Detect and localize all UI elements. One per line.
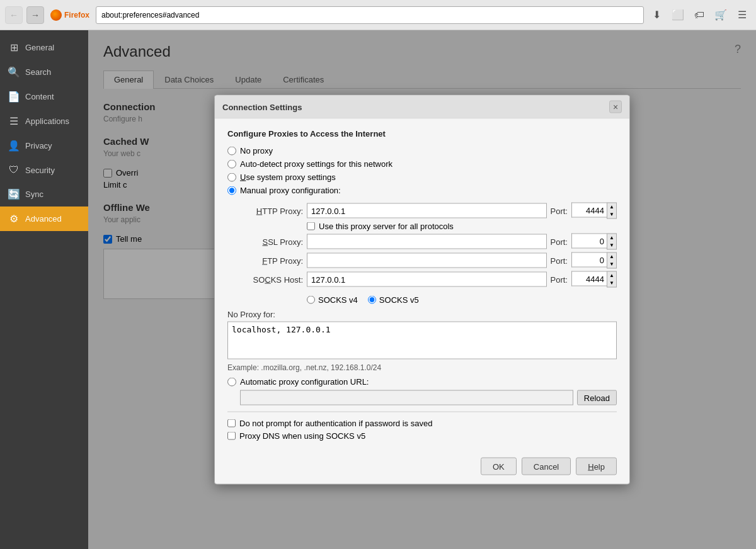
ssl-port-down[interactable]: ▼ [607,242,616,249]
use-all-protocols-label[interactable]: Use this proxy server for all protocols [319,222,454,231]
sidebar-item-security[interactable]: 🛡 Security [0,158,88,182]
http-proxy-input[interactable] [307,203,547,218]
sidebar-item-search[interactable]: 🔍 Search [0,60,88,84]
security-icon: 🛡 [8,164,20,176]
dialog-title: Connection Settings [222,102,302,111]
sidebar-label-privacy: Privacy [25,141,52,150]
advanced-icon: ⚙ [8,213,20,225]
sync-icon: 🔄 [8,188,20,200]
no-proxy-radio[interactable] [227,146,236,155]
ftp-port-up[interactable]: ▲ [607,253,616,261]
auto-detect-label[interactable]: Auto-detect proxy settings for this netw… [240,159,392,169]
auto-detect-radio[interactable] [227,159,236,168]
socks-port-wrap: ▲ ▼ [571,271,617,288]
auth-checkbox-row-2: Proxy DNS when using SOCKS v5 [227,431,617,441]
general-icon: ⊞ [8,42,20,54]
http-port-wrap: ▲ ▼ [571,203,617,219]
address-bar[interactable]: about:preferences#advanced [96,6,644,24]
radio-system-proxy: Use system proxy settings [227,173,617,182]
sidebar-item-general[interactable]: ⊞ General [0,35,88,60]
socks-port-input[interactable] [571,271,607,286]
manual-proxy-label[interactable]: Manual proxy configuration: [240,186,341,195]
use-all-protocols-checkbox[interactable] [307,222,315,230]
cancel-button[interactable]: Cancel [522,458,571,475]
socks5-label[interactable]: SOCKS v5 [379,295,419,305]
socks5-option: SOCKS v5 [368,295,419,305]
system-proxy-radio[interactable] [227,173,236,181]
sidebar-item-privacy[interactable]: 👤 Privacy [0,133,88,158]
ftp-port-down[interactable]: ▼ [607,261,616,268]
reload-button[interactable]: Reload [577,390,617,405]
socks-port-up[interactable]: ▲ [607,272,616,280]
sidebar-item-advanced[interactable]: ⚙ Advanced [0,207,88,231]
download-icon[interactable]: ⬇ [648,6,665,24]
auto-proxy-url-radio[interactable] [227,377,236,386]
content-area: ? Advanced General Data Choices Update C… [88,30,756,549]
forward-button[interactable]: → [26,6,44,24]
applications-icon: ☰ [8,115,20,127]
radio-manual-proxy: Manual proxy configuration: [227,186,617,195]
toolbar-icons: ⬇ ⬜ 🏷 🛒 ☰ [648,6,751,24]
main-layout: ⊞ General 🔍 Search 📄 Content ☰ Applicati… [0,30,756,549]
auto-proxy-url-text: Automatic proxy configuration URL: [240,377,369,387]
address-text: about:preferences#advanced [101,11,199,20]
dialog-title-bar: Connection Settings × [215,96,629,119]
no-proxy-label[interactable]: No proxy [240,146,273,156]
socks-port-down[interactable]: ▼ [607,280,616,287]
browser-chrome: ← → Firefox about:preferences#advanced ⬇… [0,0,756,30]
ftp-proxy-label: FTP Proxy: [227,256,303,265]
sidebar-label-content: Content [25,92,54,101]
socks-version-row: SOCKS v4 SOCKS v5 [307,295,617,305]
menu-icon[interactable]: ☰ [733,6,751,24]
dialog-body: Configure Proxies to Access the Internet… [215,119,629,451]
auth-checkbox-row-1: Do not prompt for authentication if pass… [227,419,617,428]
cart-icon[interactable]: 🛒 [712,6,730,24]
sidebar-item-content[interactable]: 📄 Content [0,84,88,109]
ssl-port-up[interactable]: ▲ [607,234,616,242]
ssl-port-spinners: ▲ ▼ [607,234,617,250]
ssl-port-label: Port: [551,237,568,246]
ok-button[interactable]: OK [481,458,517,475]
ftp-proxy-input[interactable] [307,253,547,268]
content-icon: 📄 [8,91,20,103]
ssl-proxy-label: SSL Proxy: [227,237,303,246]
help-button[interactable]: Help [576,458,617,475]
ftp-port-input[interactable] [571,252,607,268]
example-text: Example: .mozilla.org, .net.nz, 192.168.… [227,363,617,372]
pocket-icon[interactable]: 🏷 [690,6,708,24]
ftp-port-wrap: ▲ ▼ [571,252,617,269]
sidebar-item-sync[interactable]: 🔄 Sync [0,182,88,207]
socks4-radio[interactable] [307,296,315,304]
http-proxy-label: HTTP Proxy: [227,206,303,215]
no-proxy-textarea[interactable]: localhost, 127.0.0.1 [227,322,617,359]
window-icon[interactable]: ⬜ [669,6,687,24]
no-auth-prompt-checkbox[interactable] [227,419,236,427]
sidebar-label-applications: Applications [25,116,69,126]
proxy-dns-label[interactable]: Proxy DNS when using SOCKS v5 [239,431,365,441]
ssl-port-input[interactable] [571,234,607,249]
socks-port-label: Port: [551,274,568,284]
manual-proxy-radio[interactable] [227,186,236,195]
dialog-close-button[interactable]: × [609,101,622,113]
socks5-radio[interactable] [368,296,376,304]
socks-port-spinners: ▲ ▼ [607,271,617,288]
back-button[interactable]: ← [5,6,23,24]
no-auth-prompt-label[interactable]: Do not prompt for authentication if pass… [239,419,432,428]
http-port-label: Port: [551,206,568,215]
auto-proxy-url-input[interactable] [240,390,573,405]
privacy-icon: 👤 [8,140,20,152]
http-port-up[interactable]: ▲ [607,203,616,211]
sidebar-item-applications[interactable]: ☰ Applications [0,109,88,133]
socks-host-input[interactable] [307,272,547,287]
http-port-input[interactable] [571,203,607,218]
ssl-proxy-input[interactable] [307,234,547,249]
auto-proxy-url-label[interactable]: Automatic proxy configuration URL: [240,377,369,387]
socks4-label[interactable]: SOCKS v4 [318,295,358,305]
ftp-port-label: Port: [551,256,568,265]
proxy-dns-checkbox[interactable] [227,432,236,440]
dialog-separator [227,412,617,412]
system-proxy-label[interactable]: Use system proxy settings [240,173,336,182]
search-icon: 🔍 [8,66,20,78]
http-port-down[interactable]: ▼ [607,211,616,218]
radio-auto-detect: Auto-detect proxy settings for this netw… [227,159,617,169]
